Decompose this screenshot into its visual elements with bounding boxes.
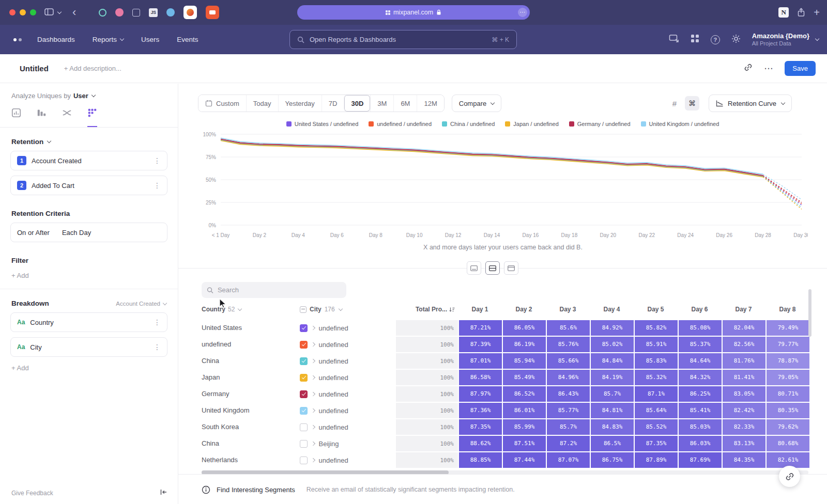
shortcuts-icon[interactable]: ⌘ bbox=[685, 96, 699, 111]
window-controls[interactable] bbox=[9, 9, 36, 15]
row-checkbox[interactable] bbox=[300, 390, 308, 398]
chevron-right-icon[interactable] bbox=[311, 458, 315, 462]
share-icon[interactable] bbox=[797, 8, 805, 17]
chevron-right-icon[interactable] bbox=[311, 342, 315, 346]
kebab-menu-icon[interactable]: ⋮ bbox=[154, 156, 161, 165]
tab-funnels[interactable] bbox=[37, 108, 47, 127]
project-switcher[interactable]: Amazonia {Demo} All Project Data bbox=[752, 32, 819, 48]
tab-chevron-icon[interactable] bbox=[57, 9, 62, 13]
sidebar-toggle-icon[interactable] bbox=[44, 8, 54, 17]
nav-item-dashboards[interactable]: Dashboards bbox=[37, 36, 75, 43]
annotations-icon[interactable]: # bbox=[672, 99, 677, 108]
kebab-menu-icon[interactable]: ⋮ bbox=[154, 181, 161, 190]
kebab-menu-icon[interactable]: ⋮ bbox=[154, 343, 161, 351]
chevron-right-icon[interactable] bbox=[311, 392, 315, 396]
legend-item[interactable]: Germany / undefined bbox=[569, 121, 631, 127]
add-description[interactable]: + Add description... bbox=[64, 65, 121, 72]
retention-criteria-row[interactable]: On or After Each Day bbox=[10, 223, 167, 242]
back-icon[interactable]: ‹ bbox=[72, 7, 76, 18]
column-header-day[interactable]: Day 1 bbox=[458, 306, 502, 313]
row-checkbox[interactable] bbox=[300, 456, 308, 464]
extension-icon[interactable] bbox=[115, 8, 124, 17]
help-icon[interactable]: ? bbox=[711, 35, 720, 44]
legend-item[interactable]: Japan / undefined bbox=[505, 121, 558, 127]
data-management-icon[interactable] bbox=[669, 34, 679, 45]
range-30d[interactable]: 30D bbox=[344, 95, 370, 112]
extension-icon[interactable] bbox=[132, 9, 140, 17]
column-header-day[interactable]: Day 4 bbox=[590, 306, 634, 313]
column-header-day[interactable]: Day 2 bbox=[502, 306, 546, 313]
retention-step[interactable]: 1Account Created⋮ bbox=[10, 151, 167, 170]
share-link-fab[interactable] bbox=[779, 466, 800, 487]
pinned-tab-icon[interactable] bbox=[183, 6, 197, 19]
row-checkbox[interactable] bbox=[300, 357, 308, 365]
nav-item-users[interactable]: Users bbox=[141, 36, 159, 43]
chevron-right-icon[interactable] bbox=[311, 326, 315, 330]
extension-icon[interactable] bbox=[166, 8, 175, 17]
row-checkbox[interactable] bbox=[300, 341, 308, 349]
table-search[interactable] bbox=[202, 282, 346, 298]
report-title[interactable]: Untitled bbox=[20, 64, 49, 73]
segments-title[interactable]: Find Interesting Segments bbox=[217, 486, 295, 494]
nav-item-events[interactable]: Events bbox=[177, 36, 198, 43]
chevron-right-icon[interactable] bbox=[311, 442, 315, 446]
settings-gear-icon[interactable] bbox=[731, 34, 741, 45]
chart-view-toggle[interactable] bbox=[467, 261, 481, 275]
save-button[interactable]: Save bbox=[785, 61, 816, 76]
more-actions-icon[interactable]: ⋯ bbox=[764, 63, 773, 74]
copy-link-icon[interactable] bbox=[744, 63, 753, 74]
range-today[interactable]: Today bbox=[246, 95, 278, 112]
new-tab-icon[interactable]: + bbox=[814, 7, 820, 18]
range-6m[interactable]: 6M bbox=[393, 95, 417, 112]
legend-item[interactable]: United Kingdom / undefined bbox=[641, 121, 719, 127]
retention-section-title[interactable]: Retention bbox=[11, 138, 166, 146]
column-header-day[interactable]: Day 8 bbox=[765, 306, 809, 313]
criteria-condition[interactable]: On or After bbox=[17, 229, 50, 237]
legend-item[interactable]: undefined / undefined bbox=[369, 121, 432, 127]
give-feedback-link[interactable]: Give Feedback bbox=[11, 490, 53, 497]
vertical-scrollbar[interactable] bbox=[808, 289, 811, 337]
tab-retention[interactable] bbox=[87, 108, 97, 127]
row-checkbox[interactable] bbox=[300, 423, 308, 431]
notion-icon[interactable]: N bbox=[778, 7, 789, 18]
chart-type-dropdown[interactable]: Retention Curve bbox=[709, 94, 792, 112]
nav-item-reports[interactable]: Reports bbox=[93, 36, 124, 43]
column-header-day[interactable]: Day 7 bbox=[722, 306, 765, 313]
column-header-day[interactable]: Day 5 bbox=[634, 306, 678, 313]
retention-step[interactable]: 2Added To Cart⋮ bbox=[10, 176, 167, 195]
legend-item[interactable]: United States / undefined bbox=[286, 121, 359, 127]
tab-flows[interactable] bbox=[62, 108, 72, 127]
row-checkbox[interactable] bbox=[300, 324, 308, 332]
breakdown-add-button[interactable]: + Add bbox=[11, 364, 166, 372]
column-header-day[interactable]: Day 3 bbox=[546, 306, 590, 313]
extension-icon[interactable] bbox=[99, 9, 106, 17]
address-bar[interactable]: mixpanel.com ⋯ bbox=[297, 5, 530, 20]
minimize-window-icon[interactable] bbox=[20, 9, 26, 15]
chevron-right-icon[interactable] bbox=[311, 408, 315, 413]
retention-chart[interactable]: 100%75%50%25%0%< 1 DayDay 2Day 4Day 6Day… bbox=[198, 131, 808, 241]
table-search-input[interactable] bbox=[218, 286, 341, 294]
chevron-right-icon[interactable] bbox=[311, 425, 315, 429]
legend-item[interactable]: China / undefined bbox=[442, 121, 495, 127]
tab-insights[interactable] bbox=[11, 108, 21, 127]
range-12m[interactable]: 12M bbox=[417, 95, 443, 112]
column-header-country[interactable]: Country 52 bbox=[202, 306, 300, 313]
table-view-toggle[interactable] bbox=[504, 261, 518, 275]
zoom-window-icon[interactable] bbox=[30, 9, 36, 15]
row-checkbox[interactable] bbox=[300, 407, 308, 415]
breakdown-context[interactable]: Account Created bbox=[116, 301, 166, 307]
select-all-checkbox[interactable] bbox=[300, 306, 307, 313]
js-extension-icon[interactable]: JS bbox=[149, 8, 158, 17]
collapse-sidebar-icon[interactable] bbox=[160, 489, 167, 498]
chevron-right-icon[interactable] bbox=[311, 375, 315, 380]
pinned-tab-icon[interactable] bbox=[206, 6, 219, 19]
global-search[interactable]: Open Reports & Dashboards ⌘ + K bbox=[289, 30, 517, 49]
analyze-entity[interactable]: User bbox=[73, 92, 88, 100]
extensions-menu-icon[interactable]: ⋯ bbox=[518, 8, 527, 17]
row-checkbox[interactable] bbox=[300, 440, 308, 448]
close-window-icon[interactable] bbox=[9, 9, 16, 15]
breakdown-item[interactable]: AaCity⋮ bbox=[10, 337, 167, 357]
range-3m[interactable]: 3M bbox=[370, 95, 393, 112]
range-custom[interactable]: Custom bbox=[198, 95, 246, 112]
apps-grid-icon[interactable] bbox=[691, 34, 699, 45]
